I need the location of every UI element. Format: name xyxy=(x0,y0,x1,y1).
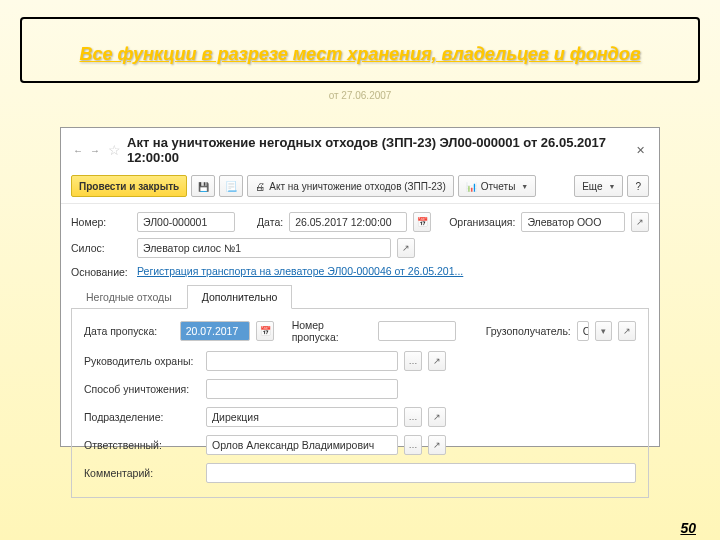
guard-field[interactable] xyxy=(206,351,398,371)
consignee-label: Грузополучатель: xyxy=(486,325,571,337)
button-label: Провести и закрыть xyxy=(79,181,179,192)
slide-subtitle: от 27.06.2007 xyxy=(0,90,720,101)
print-act-button[interactable]: Акт на уничтожение отходов (ЗПП-23) xyxy=(247,175,453,197)
window-title: Акт на уничтожение негодных отходов (ЗПП… xyxy=(127,135,626,165)
favorite-star-icon[interactable]: ☆ xyxy=(108,142,121,158)
guard-label: Руководитель охраны: xyxy=(84,355,200,367)
date-label: Дата: xyxy=(257,216,283,228)
button-label: ? xyxy=(635,181,641,192)
save-button[interactable] xyxy=(191,175,215,197)
open-icon xyxy=(623,326,631,336)
number-field[interactable]: ЭЛ00-000001 xyxy=(137,212,235,232)
consignee-open-button[interactable] xyxy=(618,321,636,341)
more-button[interactable]: Еще ▼ xyxy=(574,175,623,197)
toolbar: Провести и закрыть Акт на уничтожение от… xyxy=(61,169,659,204)
open-icon xyxy=(433,356,441,366)
method-label: Способ уничтожения: xyxy=(84,383,200,395)
nav-forward-icon[interactable]: → xyxy=(88,143,102,157)
print-icon xyxy=(255,181,265,192)
calendar-icon xyxy=(417,217,428,227)
pass-no-label: Номер пропуска: xyxy=(292,319,372,343)
open-icon xyxy=(636,217,644,227)
open-icon xyxy=(402,243,410,253)
dept-field[interactable]: Дирекция xyxy=(206,407,398,427)
responsible-open-button[interactable] xyxy=(428,435,446,455)
number-label: Номер: xyxy=(71,216,131,228)
button-label: Акт на уничтожение отходов (ЗПП-23) xyxy=(269,181,445,192)
pass-date-label: Дата пропуска: xyxy=(84,325,174,337)
pass-date-picker-button[interactable] xyxy=(256,321,274,341)
guard-clear-button[interactable]: … xyxy=(404,351,422,371)
guard-open-button[interactable] xyxy=(428,351,446,371)
silo-field[interactable]: Элеватор силос №1 xyxy=(137,238,391,258)
pass-date-field[interactable]: 20.07.2017 xyxy=(180,321,251,341)
page-number: 50 xyxy=(680,520,696,536)
additional-panel: Дата пропуска: 20.07.2017 Номер пропуска… xyxy=(71,309,649,498)
slide-heading: Все функции в разрезе мест хранения, вла… xyxy=(0,42,720,67)
help-button[interactable]: ? xyxy=(627,175,649,197)
tabbar: Негодные отходы Дополнительно xyxy=(71,284,649,309)
basis-link[interactable]: Регистрация транспорта на элеваторе ЭЛ00… xyxy=(137,265,463,277)
responsible-label: Ответственный: xyxy=(84,439,200,451)
org-open-button[interactable] xyxy=(631,212,649,232)
titlebar: ← → ☆ Акт на уничтожение негодных отходо… xyxy=(61,128,659,169)
nav-back-icon[interactable]: ← xyxy=(71,143,85,157)
org-label: Организация: xyxy=(449,216,515,228)
tab-additional[interactable]: Дополнительно xyxy=(187,285,293,309)
basis-label: Основание: xyxy=(71,264,131,278)
button-label: Еще xyxy=(582,181,602,192)
button-label: Отчеты xyxy=(481,181,516,192)
pass-no-field[interactable] xyxy=(378,321,456,341)
silo-label: Силос: xyxy=(71,242,131,254)
method-field[interactable] xyxy=(206,379,398,399)
dept-label: Подразделение: xyxy=(84,411,200,423)
dropdown-icon: ▼ xyxy=(609,183,616,190)
post-and-close-button[interactable]: Провести и закрыть xyxy=(71,175,187,197)
open-icon xyxy=(433,412,441,422)
responsible-field[interactable]: Орлов Александр Владимирович xyxy=(206,435,398,455)
reports-button[interactable]: Отчеты ▼ xyxy=(458,175,537,197)
save-icon xyxy=(198,181,209,192)
date-picker-button[interactable] xyxy=(413,212,431,232)
comment-label: Комментарий: xyxy=(84,467,200,479)
post-button[interactable] xyxy=(219,175,243,197)
open-icon xyxy=(433,440,441,450)
header-form: Номер: ЭЛ00-000001 Дата: 26.05.2017 12:0… xyxy=(61,204,659,498)
dropdown-icon: ▼ xyxy=(521,183,528,190)
page-icon xyxy=(225,181,237,192)
dept-clear-button[interactable]: … xyxy=(404,407,422,427)
close-icon[interactable]: ✕ xyxy=(632,144,649,157)
comment-field[interactable] xyxy=(206,463,636,483)
silo-open-button[interactable] xyxy=(397,238,415,258)
consignee-dd-button[interactable]: ▾ xyxy=(595,321,613,341)
chart-icon xyxy=(466,181,477,192)
date-field[interactable]: 26.05.2017 12:00:00 xyxy=(289,212,407,232)
dept-open-button[interactable] xyxy=(428,407,446,427)
responsible-clear-button[interactable]: … xyxy=(404,435,422,455)
tab-waste[interactable]: Негодные отходы xyxy=(71,285,187,309)
consignee-field[interactable]: Свалка xyxy=(577,321,589,341)
org-field[interactable]: Элеватор ООО xyxy=(521,212,625,232)
calendar-icon xyxy=(260,326,271,336)
form-window: ← → ☆ Акт на уничтожение негодных отходо… xyxy=(60,127,660,447)
